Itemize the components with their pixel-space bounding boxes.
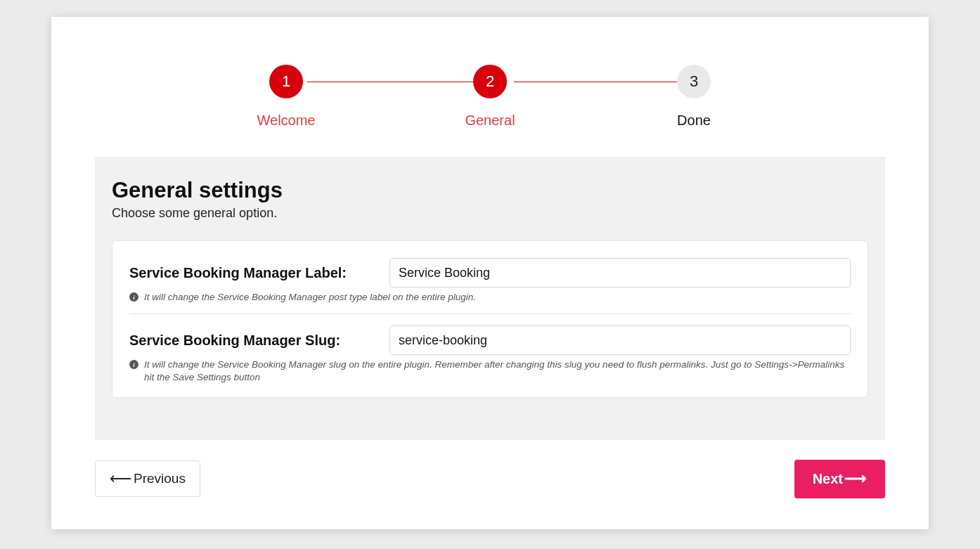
step-circle-3: 3 xyxy=(677,65,711,98)
label-field-input[interactable] xyxy=(389,258,851,288)
previous-button-label: Previous xyxy=(134,471,186,486)
panel-subtitle: Choose some general option. xyxy=(112,206,868,221)
step-circle-2: 2 xyxy=(473,65,507,98)
slug-field-label: Service Booking Manager Slug: xyxy=(129,332,375,349)
form-box: Service Booking Manager Label: i It will… xyxy=(112,240,868,398)
settings-panel: General settings Choose some general opt… xyxy=(95,157,885,440)
panel-title: General settings xyxy=(112,178,868,203)
wizard-card: 1 Welcome 2 General 3 Done General setti… xyxy=(51,17,929,529)
label-field-label: Service Booking Manager Label: xyxy=(129,265,375,281)
label-hint-text: It will change the Service Booking Manag… xyxy=(144,291,476,304)
arrow-right-icon: ⟶ xyxy=(844,471,867,486)
step-general[interactable]: 2 General xyxy=(427,65,553,129)
slug-row: Service Booking Manager Slug: xyxy=(129,314,851,355)
next-button[interactable]: Next ⟶ xyxy=(794,460,885,498)
step-label-general: General xyxy=(465,112,515,129)
step-done[interactable]: 3 Done xyxy=(631,65,757,129)
step-welcome[interactable]: 1 Welcome xyxy=(223,65,349,129)
step-label-done: Done xyxy=(677,112,711,129)
slug-field-input[interactable] xyxy=(389,325,851,355)
step-circle-1: 1 xyxy=(269,65,303,98)
next-button-label: Next xyxy=(813,471,843,487)
arrow-left-icon: ⟵ xyxy=(110,471,132,486)
slug-field-hint: i It will change the Service Booking Man… xyxy=(129,359,851,384)
label-row: Service Booking Manager Label: xyxy=(129,251,851,288)
previous-button[interactable]: ⟵ Previous xyxy=(95,460,200,497)
label-field-hint: i It will change the Service Booking Man… xyxy=(129,291,851,304)
nav-row: ⟵ Previous Next ⟶ xyxy=(95,460,885,498)
slug-hint-text: It will change the Service Booking Manag… xyxy=(144,359,851,384)
step-label-welcome: Welcome xyxy=(257,112,316,129)
stepper: 1 Welcome 2 General 3 Done xyxy=(223,65,757,129)
info-icon: i xyxy=(129,360,138,369)
info-icon: i xyxy=(129,292,138,302)
